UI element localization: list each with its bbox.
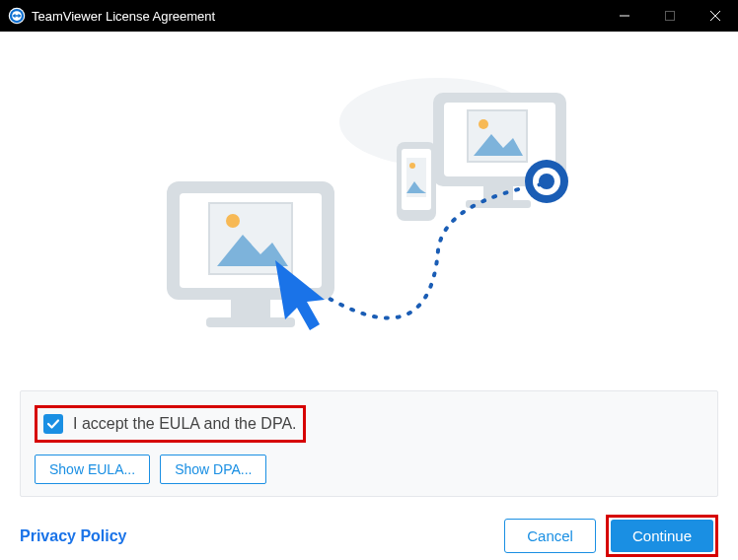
accept-eula-row[interactable]: I accept the EULA and the DPA. xyxy=(35,405,306,443)
svg-rect-8 xyxy=(483,186,513,200)
maximize-button xyxy=(647,0,693,32)
show-dpa-button[interactable]: Show DPA... xyxy=(160,455,266,484)
minimize-button[interactable] xyxy=(602,0,647,32)
window-title: TeamViewer License Agreement xyxy=(32,9,602,24)
svg-point-16 xyxy=(414,213,418,217)
eula-panel: I accept the EULA and the DPA. Show EULA… xyxy=(20,390,718,497)
svg-point-25 xyxy=(226,214,240,228)
svg-point-19 xyxy=(539,174,554,189)
titlebar: TeamViewer License Agreement xyxy=(0,0,738,32)
continue-button[interactable]: Continue xyxy=(611,520,713,552)
privacy-policy-link[interactable]: Privacy Policy xyxy=(20,527,127,545)
svg-rect-23 xyxy=(206,317,295,327)
close-button[interactable] xyxy=(693,0,738,32)
app-logo-icon xyxy=(8,7,26,25)
devices-illustration-icon xyxy=(152,53,586,369)
window-controls xyxy=(602,0,738,32)
continue-highlight: Continue xyxy=(606,515,718,557)
svg-rect-4 xyxy=(666,12,675,21)
eula-buttons: Show EULA... Show DPA... xyxy=(35,455,703,484)
show-eula-button[interactable]: Show EULA... xyxy=(35,455,150,484)
checkmark-icon xyxy=(46,417,60,431)
svg-point-15 xyxy=(409,163,415,169)
content-area: I accept the EULA and the DPA. Show EULA… xyxy=(0,32,738,560)
svg-rect-3 xyxy=(15,15,19,17)
accept-eula-checkbox[interactable] xyxy=(43,414,63,434)
illustration xyxy=(20,32,718,390)
cancel-button[interactable]: Cancel xyxy=(504,519,596,553)
svg-point-11 xyxy=(479,119,488,129)
footer: Privacy Policy Cancel Continue xyxy=(20,511,718,560)
svg-rect-9 xyxy=(466,200,531,208)
svg-rect-22 xyxy=(231,300,270,317)
accept-eula-label: I accept the EULA and the DPA. xyxy=(73,415,297,433)
